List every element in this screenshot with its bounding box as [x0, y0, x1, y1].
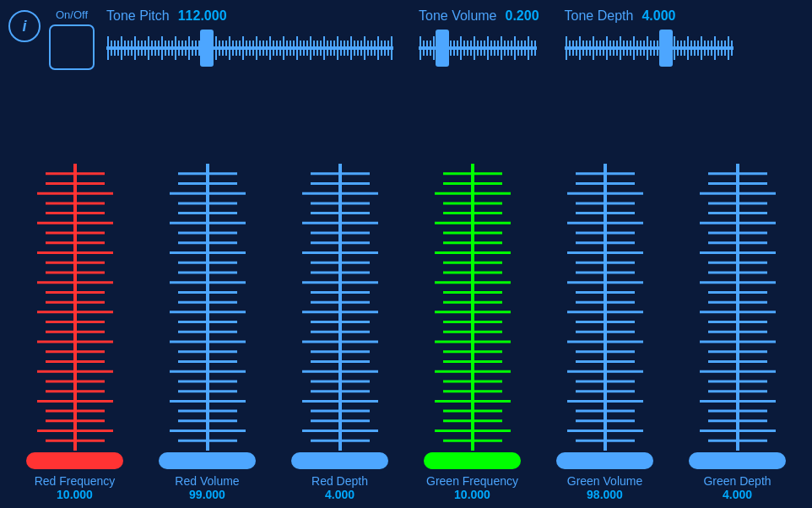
green-frequency-slider[interactable]: [418, 164, 528, 451]
green-frequency-group: Green Frequency 10.000: [418, 164, 528, 501]
red-frequency-value: 10.000: [57, 488, 93, 501]
green-depth-base: [689, 452, 786, 469]
tone-depth-label: Tone Depth: [565, 8, 634, 24]
red-depth-label: Red Depth: [311, 474, 368, 488]
tone-volume-value: 0.200: [506, 8, 539, 24]
on-off-group: On/Off: [49, 8, 95, 70]
green-volume-label: Green Volume: [567, 474, 643, 488]
red-volume-base: [159, 452, 256, 469]
tone-depth-group: Tone Depth 4.000: [565, 8, 734, 69]
tone-pitch-slider[interactable]: // This will be rendered via the inline …: [106, 27, 393, 69]
tone-pitch-value: 112.000: [178, 8, 227, 24]
info-icon[interactable]: i: [8, 10, 41, 42]
green-volume-base: [556, 452, 653, 469]
green-depth-slider[interactable]: [683, 164, 793, 451]
tone-pitch-group: Tone Pitch 112.000 // This will be rende…: [106, 8, 393, 69]
tone-volume-group: Tone Volume 0.200: [419, 8, 539, 69]
green-frequency-base: [424, 452, 521, 469]
red-frequency-base: [26, 452, 123, 469]
tone-depth-value: 4.000: [641, 8, 675, 24]
tone-volume-slider[interactable]: [419, 27, 537, 69]
green-volume-value: 98.000: [587, 488, 623, 501]
red-frequency-slider[interactable]: [20, 164, 130, 451]
green-depth-label: Green Depth: [703, 474, 771, 488]
green-volume-slider[interactable]: [550, 164, 660, 451]
tone-depth-slider[interactable]: [565, 27, 734, 69]
on-off-label: On/Off: [56, 8, 88, 21]
green-frequency-value: 10.000: [454, 488, 490, 501]
green-depth-group: Green Depth 4.000: [683, 164, 793, 501]
red-frequency-label: Red Frequency: [35, 474, 116, 488]
green-frequency-label: Green Frequency: [426, 474, 518, 488]
red-volume-group: Red Volume 99.000: [153, 164, 263, 501]
red-volume-value: 99.000: [189, 488, 225, 501]
red-frequency-group: Red Frequency 10.000: [20, 164, 130, 501]
red-depth-group: Red Depth 4.000: [285, 164, 395, 501]
red-volume-slider[interactable]: [153, 164, 263, 451]
red-depth-base: [291, 452, 388, 469]
red-depth-value: 4.000: [325, 488, 355, 501]
green-depth-value: 4.000: [723, 488, 752, 501]
tone-pitch-label: Tone Pitch: [106, 8, 170, 24]
tone-volume-label: Tone Volume: [419, 8, 497, 24]
green-volume-group: Green Volume 98.000: [550, 164, 660, 501]
on-off-button[interactable]: [49, 24, 95, 70]
red-depth-slider[interactable]: [285, 164, 395, 451]
red-volume-label: Red Volume: [175, 474, 239, 488]
